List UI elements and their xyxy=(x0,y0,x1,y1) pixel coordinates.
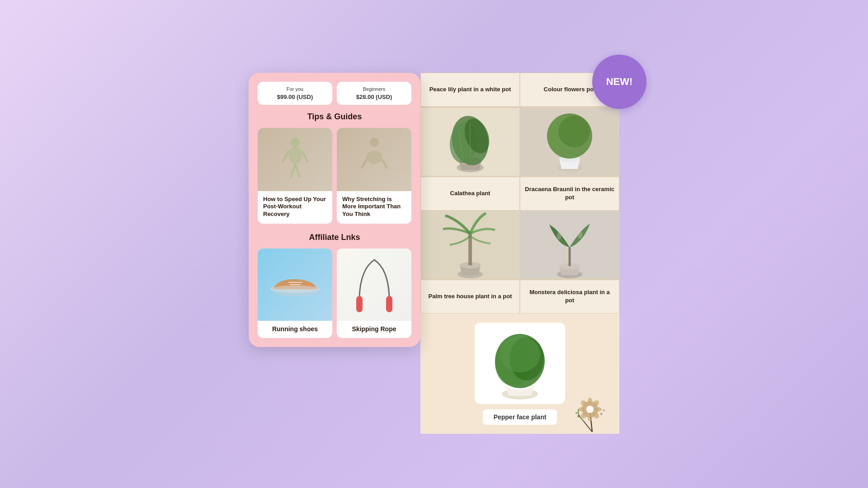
price-value: $99.00 (USD) xyxy=(262,94,328,100)
affiliate-card-label: Running shoes xyxy=(258,321,332,338)
svg-line-8 xyxy=(362,160,366,169)
svg-point-54 xyxy=(577,415,580,418)
svg-point-49 xyxy=(594,407,602,412)
svg-line-9 xyxy=(382,160,387,169)
svg-point-48 xyxy=(578,407,585,412)
svg-point-56 xyxy=(600,413,603,415)
plant-name-dracaena[interactable]: Dracaena Braunii in the ceramic pot xyxy=(520,177,619,211)
plant-name-calathea[interactable]: Calathea plant xyxy=(420,177,520,211)
rope-image xyxy=(337,249,411,321)
guide-card-recovery[interactable]: How to Speed Up Your Post-Workout Recove… xyxy=(258,128,332,224)
right-panel: NEW! Peace lily plant in a white pot Col… xyxy=(420,73,619,434)
svg-line-4 xyxy=(283,150,289,162)
guide-card-label: Why Stretching is More Important Than Yo… xyxy=(337,191,411,224)
guides-grid: How to Speed Up Your Post-Workout Recove… xyxy=(258,128,411,224)
svg-point-47 xyxy=(588,414,592,421)
svg-point-45 xyxy=(586,406,594,413)
guide-card-stretching[interactable]: Why Stretching is More Important Than Yo… xyxy=(337,128,411,224)
guide-image-stretching xyxy=(337,128,411,191)
svg-point-7 xyxy=(366,150,382,164)
svg-point-34 xyxy=(557,232,561,239)
plant-name-palm[interactable]: Palm tree house plant in a pot xyxy=(420,280,520,314)
tips-section-title: Tips & Guides xyxy=(258,112,411,122)
affiliate-section-title: Affiliate Lnks xyxy=(258,233,411,242)
new-badge: NEW! xyxy=(592,55,646,109)
plant-name-peace-lily[interactable]: Peace lily plant in a white pot xyxy=(420,73,520,107)
svg-point-46 xyxy=(588,398,592,405)
plant-image-monstera[interactable] xyxy=(520,211,619,279)
guide-image-recovery xyxy=(258,128,332,191)
svg-point-57 xyxy=(603,409,605,411)
main-container: For you $99.00 (USD) Beginners $28.00 (U… xyxy=(249,73,619,434)
left-panel: For you $99.00 (USD) Beginners $28.00 (U… xyxy=(249,73,420,347)
svg-point-11 xyxy=(270,286,320,293)
guide-card-label: How to Speed Up Your Post-Workout Recove… xyxy=(258,191,332,224)
shoe-image xyxy=(258,249,332,321)
svg-line-5 xyxy=(302,150,308,162)
price-value: $28.00 (USD) xyxy=(341,94,407,100)
affiliate-card-shoes[interactable]: Running shoes xyxy=(258,249,332,338)
svg-point-27 xyxy=(558,116,590,147)
affiliate-grid: Running shoes Skipping Rope xyxy=(258,249,411,338)
svg-point-55 xyxy=(576,412,577,414)
svg-point-0 xyxy=(291,138,300,147)
plant-image-palm[interactable] xyxy=(420,211,520,279)
affiliate-card-label: Skipping Rope xyxy=(337,321,411,338)
svg-point-35 xyxy=(578,231,582,239)
svg-line-3 xyxy=(295,164,300,178)
plant-name-monstera[interactable]: Monstera deliciosa plant in a pot xyxy=(520,280,619,314)
flower-decoration xyxy=(570,391,615,434)
svg-point-1 xyxy=(289,146,302,164)
svg-rect-15 xyxy=(386,296,392,312)
plant-name-pepper: Pepper face plant xyxy=(494,413,547,421)
svg-line-2 xyxy=(291,164,295,178)
price-card-for-you[interactable]: For you $99.00 (USD) xyxy=(258,82,332,105)
price-card-beginners[interactable]: Beginners $28.00 (USD) xyxy=(337,82,411,105)
price-row: For you $99.00 (USD) Beginners $28.00 (U… xyxy=(258,82,411,105)
plant-image-dracaena[interactable] xyxy=(520,108,619,176)
affiliate-card-rope[interactable]: Skipping Rope xyxy=(337,249,411,338)
svg-point-41 xyxy=(500,336,540,372)
price-card-title: Beginners xyxy=(341,86,407,92)
plant-image-calathea[interactable] xyxy=(420,108,520,176)
price-card-title: For you xyxy=(262,86,328,92)
svg-point-6 xyxy=(370,138,379,147)
svg-rect-14 xyxy=(356,296,363,312)
